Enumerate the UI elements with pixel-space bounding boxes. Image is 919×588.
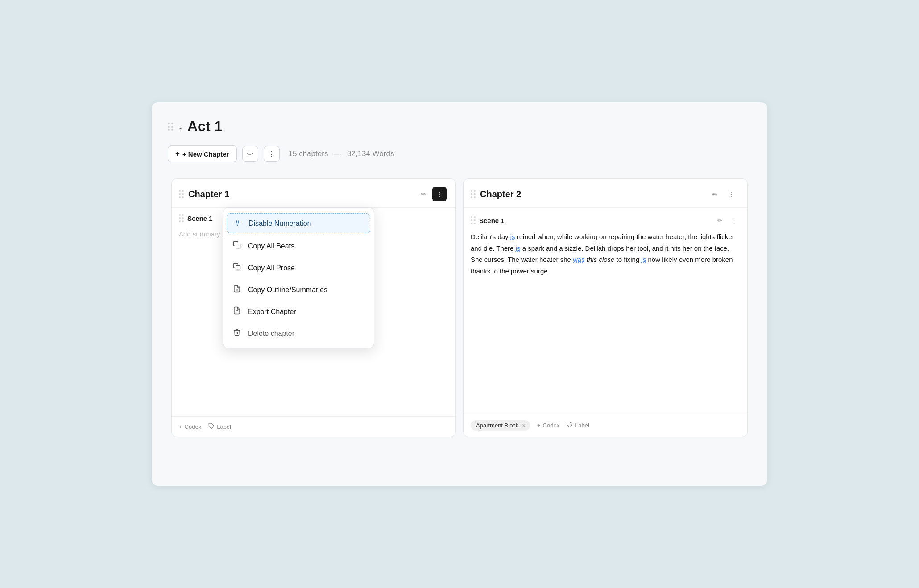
- chapter-2-scene-actions: ✏ ⋮: [713, 214, 740, 227]
- word-count: 32,134 Words: [347, 149, 394, 158]
- dropdown-item-disable-numeration[interactable]: # Disable Numeration: [227, 213, 370, 233]
- chapters-grid: Chapter 1 ✏ ⋮: [168, 175, 751, 441]
- hash-icon: #: [232, 219, 242, 228]
- chapter-1-label-button[interactable]: Label: [208, 423, 231, 431]
- chapter-1-more-button[interactable]: ⋮: [432, 187, 447, 201]
- stats-separator: —: [334, 149, 344, 158]
- plus-icon: +: [175, 149, 180, 158]
- export-icon: [232, 306, 242, 317]
- chapter-2-drag-handle[interactable]: [471, 190, 476, 198]
- act-header: ⌄ Act 1: [168, 118, 751, 135]
- dropdown-item-copy-beats[interactable]: Copy All Beats: [223, 235, 374, 257]
- pencil-icon: ✏: [717, 217, 722, 224]
- chapter-2-card: Chapter 2 ✏ ⋮: [463, 178, 748, 437]
- tag-icon: [208, 423, 215, 431]
- more-dots-icon: ⋮: [268, 150, 275, 158]
- act-stats: 15 chapters — 32,134 Words: [289, 149, 394, 158]
- pencil-icon: ✏: [247, 150, 253, 158]
- delete-chapter-label: Delete chapter: [248, 330, 294, 338]
- chapter-1-footer: + Codex Label: [172, 416, 455, 437]
- chapter-2-scene: Scene 1 ✏ ⋮ Delilah's day is ruined when…: [464, 208, 747, 389]
- svg-rect-0: [236, 244, 240, 248]
- dropdown-item-copy-prose[interactable]: Copy All Prose: [223, 257, 374, 279]
- chapter-1-codex-button[interactable]: + Codex: [179, 423, 201, 430]
- tag-icon: [567, 422, 573, 429]
- act-title: Act 1: [187, 118, 222, 135]
- chapter-1-header: Chapter 1 ✏ ⋮: [172, 179, 455, 208]
- chapter-2-footer: Apartment Block × + Codex Label: [464, 414, 747, 437]
- edit-act-button[interactable]: ✏: [242, 146, 258, 162]
- chapter-2-scene-more[interactable]: ⋮: [728, 214, 740, 227]
- act-toolbar: + + New Chapter ✏ ⋮ 15 chapters — 32,134…: [168, 145, 751, 162]
- chapter-2-label-button[interactable]: Label: [567, 422, 589, 429]
- apartment-block-label: Apartment Block: [476, 422, 518, 429]
- dropdown-item-delete-chapter[interactable]: Delete chapter: [223, 323, 374, 344]
- dropdown-item-export-chapter[interactable]: Export Chapter: [223, 301, 374, 323]
- copy-prose-label: Copy All Prose: [248, 264, 295, 272]
- main-container: ⌄ Act 1 + + New Chapter ✏ ⋮ 15 chapters …: [152, 102, 767, 486]
- pencil-icon: ✏: [712, 190, 718, 198]
- more-act-button[interactable]: ⋮: [264, 146, 280, 162]
- chapter-2-edit-button[interactable]: ✏: [708, 187, 722, 201]
- act-collapse-chevron[interactable]: ⌄: [177, 122, 184, 132]
- label-text: Label: [217, 423, 231, 430]
- new-chapter-button[interactable]: + + New Chapter: [168, 145, 237, 162]
- chapter-2-header: Chapter 2 ✏ ⋮: [464, 179, 747, 208]
- plus-codex-icon: +: [179, 423, 182, 430]
- copy-outline-label: Copy Outline/Summaries: [248, 286, 327, 294]
- chapter-2-more-button[interactable]: ⋮: [724, 187, 738, 201]
- chapter-1-card: Chapter 1 ✏ ⋮: [171, 178, 456, 437]
- chapter-count: 15 chapters: [289, 149, 328, 158]
- copy-outline-icon: [232, 285, 242, 295]
- act-drag-handle[interactable]: [168, 123, 174, 131]
- chapter-2-scene-header: Scene 1 ✏ ⋮: [471, 214, 740, 227]
- dropdown-item-copy-outline[interactable]: Copy Outline/Summaries: [223, 279, 374, 301]
- highlight-is-1: is: [510, 233, 515, 240]
- chapter-2-scene-text: Delilah's day is ruined when, while work…: [471, 231, 740, 383]
- new-chapter-label: + New Chapter: [182, 150, 229, 158]
- apartment-block-tag: Apartment Block ×: [471, 420, 530, 431]
- plus-codex-icon: +: [537, 422, 541, 429]
- highlight-was: was: [573, 256, 585, 263]
- chapter-2-title: Chapter 2: [480, 189, 708, 199]
- highlight-is-3: is: [641, 256, 646, 263]
- chapter-1-dropdown-menu: # Disable Numeration Copy All Beats: [223, 207, 374, 348]
- pencil-icon: ✏: [421, 190, 426, 198]
- chapter-2-actions: ✏ ⋮: [708, 187, 738, 201]
- more-dots-icon: ⋮: [436, 190, 443, 198]
- highlight-is-2: is: [516, 244, 521, 252]
- scene-1-drag-handle[interactable]: [179, 214, 184, 222]
- svg-rect-1: [236, 266, 240, 270]
- chapter-2-codex-button[interactable]: + Codex: [537, 422, 559, 429]
- copy-beats-icon: [232, 241, 242, 251]
- codex-label: Codex: [185, 423, 202, 430]
- chapter-1-drag-handle[interactable]: [179, 190, 184, 198]
- label-text: Label: [575, 422, 589, 429]
- copy-prose-icon: [232, 263, 242, 273]
- chapter-1-edit-button[interactable]: ✏: [416, 187, 431, 201]
- remove-apartment-tag-button[interactable]: ×: [522, 422, 526, 429]
- more-dots-icon: ⋮: [728, 190, 734, 198]
- chapter-2-scene-title: Scene 1: [479, 217, 713, 224]
- trash-icon: [232, 328, 242, 339]
- codex-label: Codex: [543, 422, 560, 429]
- export-chapter-label: Export Chapter: [248, 308, 296, 316]
- chapter-1-actions: ✏ ⋮: [416, 187, 447, 201]
- more-dots-icon: ⋮: [731, 217, 737, 224]
- scene-2-drag-handle[interactable]: [471, 216, 476, 224]
- copy-beats-label: Copy All Beats: [248, 242, 294, 250]
- chapter-1-title: Chapter 1: [188, 189, 416, 199]
- chapter-2-scene-edit[interactable]: ✏: [713, 214, 726, 227]
- disable-numeration-label: Disable Numeration: [248, 219, 311, 228]
